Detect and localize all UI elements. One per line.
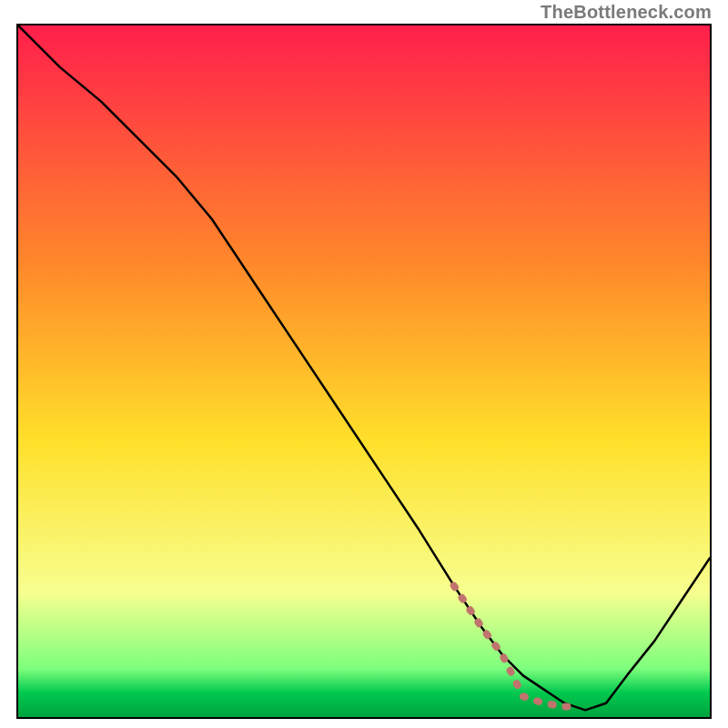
watermark-label: TheBottleneck.com: [541, 2, 712, 23]
gradient-background: [18, 25, 710, 717]
bottleneck-chart: [18, 25, 710, 717]
